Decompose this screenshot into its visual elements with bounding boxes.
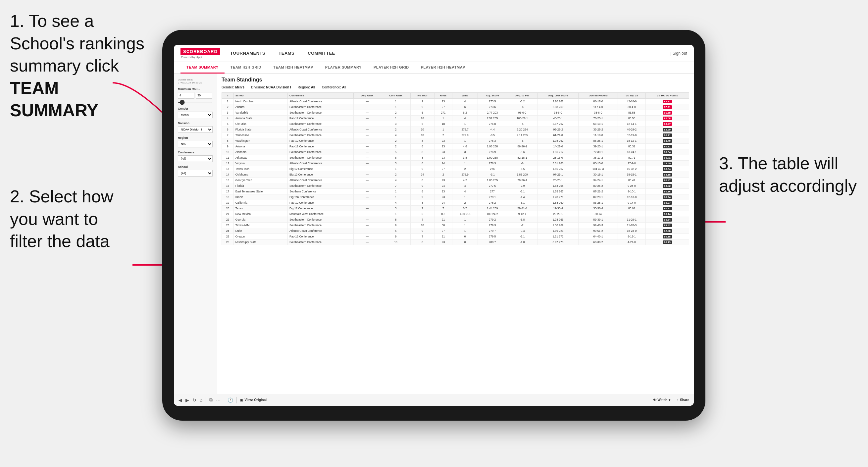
school-select[interactable]: (All) [178, 170, 213, 177]
table-row[interactable]: 7 Tennessee Southeastern Conference — 4 … [222, 132, 689, 138]
watch-button[interactable]: 👁 Watch ▾ [653, 398, 671, 402]
cell-avg-par: 59-41-4 [507, 206, 537, 211]
cell-conf-rank: 2 [381, 172, 411, 178]
table-row[interactable]: 10 Alabama Southeastern Conference — 5 8… [222, 149, 689, 155]
cell-adj-score: 278.2 [478, 200, 507, 206]
nav-tournaments[interactable]: TOURNAMENTS [230, 49, 265, 57]
cell-vs-top50: 80.18 [646, 234, 689, 240]
cell-no-tour: 8 [411, 240, 434, 245]
cell-avg-par: 79-26-1 [507, 178, 537, 183]
forward-icon[interactable]: ▶ [185, 398, 189, 403]
home-icon[interactable]: ⌂ [200, 398, 203, 403]
cell-avg-rank: — [353, 138, 381, 144]
table-row[interactable]: 8 Washington Pac-12 Conference — 2 8 23 … [222, 138, 689, 144]
tab-team-h2h-grid[interactable]: TEAM H2H GRID [224, 62, 267, 73]
table-row[interactable]: 9 Arizona Pac-12 Conference — 2 8 23 4.6… [222, 144, 689, 149]
col-rank: # [222, 93, 234, 99]
cell-wins: 0 [453, 234, 478, 240]
score-badge: 80.91 [663, 207, 672, 210]
table-row[interactable]: 12 Virginia Atlantic Coast Conference — … [222, 161, 689, 166]
score-badge: 80.47 [663, 179, 672, 182]
cell-school: Arizona State [234, 116, 287, 121]
reload-icon[interactable]: ↻ [192, 398, 196, 403]
tab-team-summary[interactable]: TEAM SUMMARY [181, 62, 224, 73]
table-row[interactable]: 3 Vanderbilt Southeastern Conference — 2… [222, 110, 689, 116]
table-row[interactable]: 15 Georgia Tech Atlantic Coast Conferenc… [222, 178, 689, 183]
cell-no-tour: 6 [411, 121, 434, 127]
cell-vs-top25: 42-18-0 [618, 99, 646, 104]
cell-adj-score: 1.90 268 [478, 155, 507, 161]
cell-rnds: 23 [434, 178, 452, 183]
cell-wins: 4.6 [453, 144, 478, 149]
cell-rank: 9 [222, 144, 234, 149]
table-row[interactable]: 2 Auburn Southeastern Conference — 1 9 2… [222, 104, 689, 110]
share-button[interactable]: ↑ Share [677, 398, 689, 402]
min-rou-max-input[interactable] [196, 92, 212, 99]
cell-rank: 3 [222, 110, 234, 116]
tab-team-h2h-heatmap[interactable]: TEAM H2H HEATMAP [267, 62, 319, 73]
cell-overall-record: 83-15-0 [579, 161, 618, 166]
cell-no-tour: 7 [411, 206, 434, 211]
division-filter-value: NCAA Division I [266, 86, 291, 89]
table-row[interactable]: 18 Illinois Big Ten Conference — 1 9 23 … [222, 194, 689, 200]
cell-vs-top50: 80.71 [646, 132, 689, 138]
tab-player-summary[interactable]: PLAYER SUMMARY [319, 62, 368, 73]
cell-conf-rank: 1 [381, 189, 411, 194]
back-icon[interactable]: ◀ [179, 398, 182, 403]
table-row[interactable]: 20 Texas Big 12 Conference — 3 7 7 0.7 1… [222, 206, 689, 211]
table-row[interactable]: 24 Duke Atlantic Coast Conference — 5 9 … [222, 228, 689, 234]
min-rou-min-input[interactable] [178, 92, 194, 99]
cell-conf-rank: 8 [381, 217, 411, 223]
table-row[interactable]: 17 East Tennessee State Southern Confere… [222, 189, 689, 194]
conference-select[interactable]: (All) [178, 155, 213, 162]
gender-select[interactable]: Men's Women's [178, 112, 213, 118]
cell-no-tour: 8 [411, 161, 434, 166]
clock-icon[interactable]: 🕐 [227, 398, 233, 403]
cell-wins: 4 [453, 116, 478, 121]
cell-wins: 1 [453, 223, 478, 228]
table-row[interactable]: 5 Ole Miss Southeastern Conference — 3 6… [222, 121, 689, 127]
table-row[interactable]: 11 Arkansas Southeastern Conference — 6 … [222, 155, 689, 161]
table-title: Team Standings [222, 77, 689, 83]
table-row[interactable]: 14 Oklahoma Big 12 Conference — 2 24 2 2… [222, 172, 689, 178]
cell-conf-rank: 9 [381, 234, 411, 240]
view-original-button[interactable]: ▣ View: Original [240, 398, 267, 402]
table-row[interactable]: 23 Texas A&M Southeastern Conference — 9… [222, 223, 689, 228]
score-badge: 80.24 [663, 195, 672, 199]
region-filter-label: Region: [298, 86, 310, 89]
nav-teams[interactable]: TEAMS [279, 49, 294, 57]
sign-out-link[interactable]: | Sign out [671, 51, 687, 56]
col-conference: Conference [288, 93, 354, 99]
tab-player-h2h-grid[interactable]: PLAYER H2H GRID [368, 62, 415, 73]
cell-adj-score: 274.8 [478, 121, 507, 127]
division-select[interactable]: NCAA Division I NCAA Division II NCAA Di… [178, 126, 213, 133]
table-row[interactable]: 25 Oregon Pac-12 Conference — 9 7 21 0 2… [222, 234, 689, 240]
toolbar-sep-2 [224, 397, 224, 403]
col-wins: Wins [453, 93, 478, 99]
table-row[interactable]: 21 New Mexico Mountain West Conference —… [222, 211, 689, 217]
cell-vs-top50: 89.11 [646, 99, 689, 104]
cell-conference: Pac-12 Conference [288, 138, 354, 144]
table-row[interactable]: 19 California Pac-12 Conference — 4 8 24… [222, 200, 689, 206]
nav-committee[interactable]: COMMITTEE [308, 49, 335, 57]
table-row[interactable]: 6 Florida State Atlantic Coast Conferenc… [222, 127, 689, 132]
table-row[interactable]: 13 Texas Tech Big 12 Conference — 1 9 27… [222, 166, 689, 172]
table-row[interactable]: 22 Georgia Southeastern Conference — 8 7… [222, 217, 689, 223]
min-rou-label: Minimum Rou... [178, 88, 213, 91]
more-icon[interactable]: ⋯ [216, 398, 221, 403]
cell-avg-low: 1.53 260 [537, 200, 579, 206]
region-select[interactable]: N/A All [178, 141, 213, 147]
cell-overall-record: 117-4-0 [579, 104, 618, 110]
copy-icon[interactable]: ⧉ [209, 397, 213, 403]
cell-conf-rank: 2 [381, 127, 411, 132]
table-row[interactable]: 4 Arizona State Pac-12 Conference — 1 26… [222, 116, 689, 121]
table-row[interactable]: 1 North Carolina Atlantic Coast Conferen… [222, 99, 689, 104]
cell-conference: Southeastern Conference [288, 110, 354, 116]
min-rou-slider[interactable] [178, 102, 213, 103]
cell-rank: 8 [222, 138, 234, 144]
tab-player-h2h-heatmap[interactable]: PLAYER H2H HEATMAP [415, 62, 471, 73]
cell-conf-rank: 1 [381, 116, 411, 121]
cell-school: Oklahoma [234, 172, 287, 178]
table-row[interactable]: 26 Mississippi State Southeastern Confer… [222, 240, 689, 245]
table-row[interactable]: 16 Florida Southeastern Conference — 7 9… [222, 183, 689, 189]
